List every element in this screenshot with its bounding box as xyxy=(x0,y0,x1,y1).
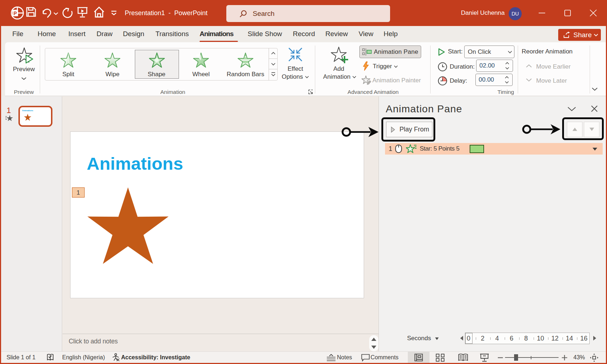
svg-text:P: P xyxy=(13,10,17,16)
